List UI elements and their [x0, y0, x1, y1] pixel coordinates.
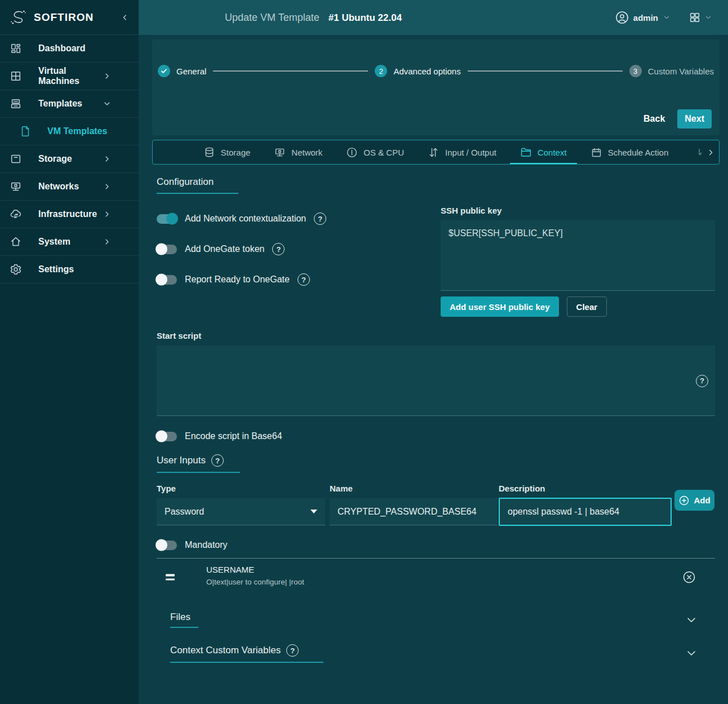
files-section-title: Files — [170, 612, 198, 628]
start-script-textarea[interactable] — [157, 346, 715, 416]
info-circle-icon — [346, 147, 358, 158]
user-menu[interactable]: admin — [615, 11, 671, 24]
chevron-right-icon — [100, 69, 114, 83]
custom-variables-expand-chevron-icon[interactable] — [685, 647, 698, 660]
toggle-label: Add Network contextualization — [185, 214, 306, 224]
sidebar-item-vm-templates[interactable]: VM Templates — [0, 118, 139, 145]
tab-input-output[interactable]: Input / Output — [416, 140, 508, 164]
step-general[interactable]: General — [158, 65, 206, 77]
sidebar-item-networks[interactable]: Networks — [0, 173, 139, 201]
sidebar-item-virtual-machines[interactable]: Virtual Machines — [0, 63, 139, 90]
chevron-down-icon — [100, 97, 114, 110]
section-title-text: Context Custom Variables — [170, 645, 281, 656]
toggle-switch[interactable] — [157, 245, 177, 254]
stepper: General 2 Advanced options 3 Custom Vari… — [158, 65, 714, 77]
step-done-check-icon — [158, 65, 170, 77]
step-connector — [213, 70, 368, 72]
sidebar-item-infrastructure[interactable]: Infrastructure — [0, 201, 139, 228]
chevron-right-icon — [100, 152, 114, 166]
type-label: Type — [157, 484, 325, 494]
sidebar-item-label: Virtual Machines — [38, 66, 100, 86]
collapse-sidebar-icon[interactable] — [121, 13, 130, 22]
files-expand-chevron-icon[interactable] — [685, 613, 698, 627]
tabs-scroll-right-icon[interactable] — [706, 148, 716, 157]
sidebar-item-templates[interactable]: Templates — [0, 90, 139, 118]
clear-ssh-key-button[interactable]: Clear — [567, 296, 607, 317]
ssh-public-key-label: SSH public key — [441, 206, 501, 215]
tab-label: Storage — [221, 148, 251, 157]
toggle-label: Report Ready to OneGate — [185, 274, 290, 285]
tab-label: Input / Output — [445, 148, 496, 157]
step-label: Advanced options — [393, 67, 460, 76]
user-inputs-form: Type Password Name Description Add — [157, 484, 715, 529]
sidebar-item-storage[interactable]: Storage — [0, 145, 139, 173]
tab-storage[interactable]: Storage — [192, 140, 263, 164]
toggle-encode-base64: Encode script in Base64 — [157, 428, 282, 444]
sidebar-item-label: Settings — [38, 264, 130, 274]
step-label: Custom Variables — [648, 67, 714, 76]
user-input-name: USERNAME — [206, 565, 304, 574]
tab-context[interactable]: Context — [508, 140, 579, 164]
help-icon[interactable]: ? — [696, 375, 708, 387]
name-input[interactable] — [330, 498, 497, 525]
user-input-definition: O|text|user to configure| |root — [206, 578, 304, 586]
partial-tab-icon[interactable] — [696, 146, 705, 158]
drag-handle-icon[interactable] — [166, 574, 175, 581]
type-select[interactable]: Password — [157, 498, 325, 525]
user-icon — [615, 11, 629, 24]
start-script-block: Start script ? — [157, 331, 715, 416]
toggle-switch[interactable] — [157, 275, 177, 285]
help-icon[interactable]: ? — [211, 454, 224, 467]
cloud-sync-icon — [9, 207, 23, 221]
arrows-updown-icon — [428, 147, 440, 158]
toggle-label: Encode script in Base64 — [185, 431, 282, 441]
help-icon[interactable]: ? — [314, 212, 326, 225]
help-icon[interactable]: ? — [298, 273, 310, 286]
tab-network[interactable]: Network — [262, 140, 334, 164]
toggle-label: Mandatory — [185, 540, 228, 550]
step-advanced-options[interactable]: 2 Advanced options — [375, 65, 460, 77]
add-user-input-button[interactable]: Add — [674, 490, 714, 511]
toggle-network-contextualization: Add Network contextualization ? — [157, 211, 326, 227]
folder-icon — [520, 147, 532, 158]
next-button[interactable]: Next — [677, 109, 712, 129]
user-inputs-section-title: User Inputs ? — [157, 454, 240, 473]
username-label: admin — [633, 13, 658, 23]
context-tabbar: Storage Network OS & CPU Input / Output … — [152, 140, 720, 165]
help-icon[interactable]: ? — [272, 243, 285, 255]
remove-user-input-icon[interactable] — [682, 570, 696, 584]
calendar-icon — [591, 147, 602, 158]
toggle-label: Add OneGate token — [185, 244, 264, 254]
sidebar: SOFTIRON Dashboard Virtual Machines Temp… — [0, 0, 139, 704]
ssh-public-key-textarea[interactable]: $USER[SSH_PUBLIC_KEY] — [441, 220, 715, 291]
networks-icon — [9, 180, 23, 193]
home-icon — [9, 235, 23, 249]
step-number: 2 — [375, 65, 387, 77]
main-content: General 2 Advanced options 3 Custom Vari… — [139, 35, 728, 704]
back-button[interactable]: Back — [643, 114, 665, 124]
step-number: 3 — [629, 65, 642, 77]
tab-os-cpu[interactable]: OS & CPU — [334, 140, 416, 164]
sidebar-item-label: Dashboard — [38, 43, 130, 54]
description-input[interactable] — [499, 498, 672, 526]
page-title: Update VM Template — [225, 12, 319, 24]
add-ssh-key-button[interactable]: Add user SSH public key — [441, 296, 559, 317]
apps-menu[interactable] — [689, 11, 712, 24]
sidebar-item-system[interactable]: System — [0, 228, 139, 256]
step-custom-variables[interactable]: 3 Custom Variables — [629, 65, 714, 77]
sidebar-item-label: Templates — [38, 99, 100, 109]
sidebar-item-settings[interactable]: Settings — [0, 256, 139, 284]
tab-schedule-action[interactable]: Schedule Action — [579, 140, 681, 164]
toggle-onegate-token: Add OneGate token ? — [157, 241, 285, 257]
help-icon[interactable]: ? — [286, 644, 299, 657]
toggle-switch[interactable] — [157, 432, 177, 441]
step-label: General — [176, 67, 206, 76]
chevron-right-icon — [100, 207, 114, 221]
start-script-label: Start script — [157, 331, 201, 340]
toggle-switch[interactable] — [157, 541, 177, 550]
sidebar-item-dashboard[interactable]: Dashboard — [0, 35, 139, 63]
chevron-down-icon — [704, 14, 712, 21]
name-label: Name — [330, 484, 497, 494]
add-button-label: Add — [694, 495, 710, 505]
toggle-switch[interactable] — [157, 214, 177, 224]
